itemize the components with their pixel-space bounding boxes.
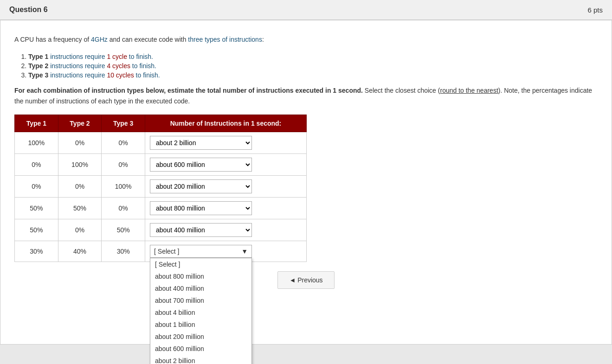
cell-dropdown[interactable]: [ Select ]about 800 millionabout 400 mil… <box>145 219 307 241</box>
custom-dropdown: [ Select ]about 800 millionabout 400 mil… <box>150 258 252 364</box>
row-select[interactable]: [ Select ]about 800 millionabout 400 mil… <box>150 201 252 215</box>
dropdown-option[interactable]: about 1 billion <box>150 319 251 331</box>
dropdown-option[interactable]: about 200 million <box>150 331 251 343</box>
page-wrapper: Question 6 6 pts A CPU has a frequency o… <box>0 0 612 364</box>
types-text: three types of instructions <box>188 36 262 43</box>
instruction-2: Type 2 instructions require 4 cycles to … <box>28 62 598 70</box>
type3-label: Type 3 <box>28 71 48 79</box>
question-points: 6 pts <box>587 6 603 14</box>
dropdown-option[interactable]: about 800 million <box>150 270 251 282</box>
note-bold: For each combination of instruction type… <box>14 87 363 94</box>
cell-dropdown[interactable]: [ Select ]about 800 millionabout 400 mil… <box>145 176 307 198</box>
table-row: 30%40%30%[ Select ] ▼[ Select ]about 800… <box>15 241 307 262</box>
type3-desc: instructions require 10 cycles to finish… <box>50 71 160 79</box>
row-select[interactable]: [ Select ]about 800 millionabout 400 mil… <box>150 158 252 172</box>
bottom-bar: ◄ Previous <box>14 262 598 298</box>
dropdown-option[interactable]: about 2 billion <box>150 355 251 364</box>
cell-t1: 50% <box>15 198 58 219</box>
dropdown-option[interactable]: about 600 million <box>150 343 251 355</box>
open-dropdown-container[interactable]: [ Select ] ▼[ Select ]about 800 milliona… <box>150 245 302 258</box>
instruction-table: Type 1 Type 2 Type 3 Number of Instructi… <box>14 115 307 262</box>
question-title: Question 6 <box>9 6 48 14</box>
table-row: 0%0%100%[ Select ]about 800 millionabout… <box>15 176 307 198</box>
instruction-1: Type 1 instructions require 1 cycle to f… <box>28 53 598 60</box>
instruction-list: Type 1 instructions require 1 cycle to f… <box>28 53 598 79</box>
question-header: Question 6 6 pts <box>0 0 612 20</box>
cell-t2: 40% <box>58 241 102 262</box>
cell-dropdown[interactable]: [ Select ]about 800 millionabout 400 mil… <box>145 132 307 154</box>
cpu-text: CPU <box>20 36 34 43</box>
question-intro: A CPU has a frequency of 4GHz and can ex… <box>14 34 598 45</box>
cell-t1: 30% <box>15 241 58 262</box>
dropdown-option[interactable]: about 700 million <box>150 294 251 307</box>
table-row: 50%50%0%[ Select ]about 800 millionabout… <box>15 198 307 219</box>
previous-button[interactable]: ◄ Previous <box>277 271 334 289</box>
row-select[interactable]: [ Select ]about 800 millionabout 400 mil… <box>150 136 252 150</box>
dropdown-option[interactable]: about 4 billion <box>150 307 251 319</box>
instruction-3: Type 3 instructions require 10 cycles to… <box>28 71 598 79</box>
type2-desc: instructions require 4 cycles to finish. <box>50 62 156 70</box>
cell-t2: 50% <box>58 198 102 219</box>
cell-t3: 30% <box>102 241 145 262</box>
type2-label: Type 2 <box>28 62 48 70</box>
row-select[interactable]: [ Select ]about 800 millionabout 400 mil… <box>150 223 252 237</box>
cell-dropdown[interactable]: [ Select ] ▼[ Select ]about 800 milliona… <box>145 241 307 262</box>
cell-dropdown[interactable]: [ Select ]about 800 millionabout 400 mil… <box>145 154 307 176</box>
row-select[interactable]: [ Select ]about 800 millionabout 400 mil… <box>150 179 252 193</box>
type1-desc: instructions require 1 cycle to finish. <box>50 53 153 60</box>
col-instructions: Number of Instructions in 1 second: <box>145 115 307 132</box>
cell-t3: 0% <box>102 154 145 176</box>
note-text: For each combination of instruction type… <box>14 85 598 106</box>
cell-t2: 0% <box>58 219 102 241</box>
table-row: 100%0%0%[ Select ]about 800 millionabout… <box>15 132 307 154</box>
cell-t1: 50% <box>15 219 58 241</box>
cell-t3: 0% <box>102 132 145 154</box>
cell-t1: 0% <box>15 176 58 198</box>
col-type1: Type 1 <box>15 115 58 132</box>
dropdown-option[interactable]: about 400 million <box>150 282 251 294</box>
frequency-text: 4GHz <box>91 36 108 43</box>
cell-t3: 50% <box>102 219 145 241</box>
table-row: 0%100%0%[ Select ]about 800 millionabout… <box>15 154 307 176</box>
cell-t2: 100% <box>58 154 102 176</box>
dropdown-option[interactable]: [ Select ] <box>150 258 251 270</box>
col-type3: Type 3 <box>102 115 145 132</box>
col-type2: Type 2 <box>58 115 102 132</box>
content-area: A CPU has a frequency of 4GHz and can ex… <box>0 20 612 345</box>
cell-dropdown[interactable]: [ Select ]about 800 millionabout 400 mil… <box>145 198 307 219</box>
dropdown-trigger[interactable]: [ Select ] ▼ <box>150 245 252 258</box>
cell-t3: 100% <box>102 176 145 198</box>
table-header-row: Type 1 Type 2 Type 3 Number of Instructi… <box>15 115 307 132</box>
cell-t1: 0% <box>15 154 58 176</box>
table-row: 50%0%50%[ Select ]about 800 millionabout… <box>15 219 307 241</box>
cell-t2: 0% <box>58 176 102 198</box>
cell-t2: 0% <box>58 132 102 154</box>
cell-t1: 100% <box>15 132 58 154</box>
type1-label: Type 1 <box>28 53 48 60</box>
cell-t3: 0% <box>102 198 145 219</box>
